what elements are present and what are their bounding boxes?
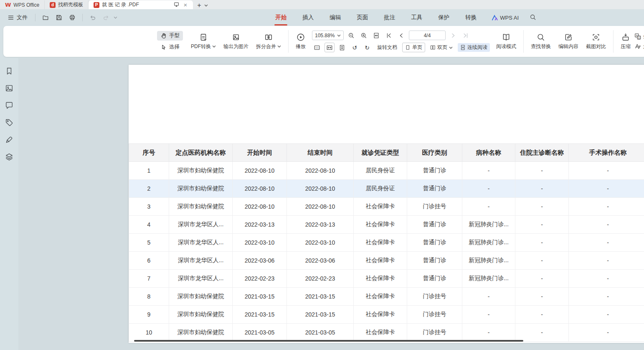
table-cell: 社会保障卡 bbox=[354, 288, 407, 306]
pdf-convert-label: PDF转换 bbox=[191, 43, 211, 50]
print-icon bbox=[69, 14, 76, 21]
divider bbox=[35, 14, 35, 21]
table-row[interactable]: 10深圳市妇幼保健院2021-03-052021-03-05社会保障卡门诊挂号-… bbox=[129, 324, 644, 342]
rotate-left-button[interactable]: ↺ bbox=[350, 43, 360, 52]
device-sync-icon[interactable] bbox=[173, 2, 180, 8]
tab-home[interactable]: 开始 bbox=[274, 11, 287, 24]
previous-page-button[interactable] bbox=[396, 31, 406, 40]
table-row[interactable]: 7深圳市龙华区人...2022-02-232022-02-23社会保障卡普通门诊… bbox=[129, 270, 644, 288]
continuous-read-button[interactable]: 连续阅读 bbox=[458, 43, 490, 52]
first-page-button[interactable] bbox=[384, 31, 394, 40]
table-cell: - bbox=[515, 180, 569, 198]
table-row[interactable]: 5深圳市龙华区人...2022-03-102022-03-10社会保障卡普通门诊… bbox=[129, 234, 644, 252]
tab-document-pdf[interactable]: P 就 医 记 录 .PDF × bbox=[89, 0, 193, 9]
redo-button[interactable] bbox=[100, 13, 112, 23]
thumbnail-panel-button[interactable] bbox=[3, 84, 15, 93]
split-merge-button[interactable]: 拆分合并 bbox=[252, 31, 285, 52]
table-header-row: 序号定点医药机构名称开始时间结束时间就诊凭证类型医疗类别病种名称住院主诊断名称手… bbox=[129, 144, 644, 162]
word-translate-button[interactable]: 划词翻译 bbox=[634, 43, 644, 50]
save-button[interactable] bbox=[53, 13, 65, 23]
screenshot-compare-label: 截图对比 bbox=[586, 43, 606, 50]
edit-content-button[interactable]: 编辑内容 bbox=[555, 31, 582, 52]
tab-insert[interactable]: 插入 bbox=[302, 11, 314, 24]
comment-panel-button[interactable] bbox=[3, 101, 15, 110]
zoom-out-button[interactable] bbox=[346, 31, 356, 40]
signature-panel-button[interactable] bbox=[3, 135, 15, 144]
zoom-select[interactable]: 105.88% bbox=[312, 31, 344, 40]
play-button[interactable]: 播放 bbox=[292, 31, 309, 52]
file-menu-button[interactable]: 文件 bbox=[4, 12, 31, 23]
fit-page-button[interactable] bbox=[371, 31, 381, 40]
tab-docer-templates[interactable]: d 找稻壳模板 bbox=[45, 0, 89, 9]
table-cell: - bbox=[515, 252, 569, 270]
next-page-button[interactable] bbox=[448, 31, 458, 40]
screenshot-compare-button[interactable]: 截图对比 bbox=[582, 31, 610, 52]
svg-text:1:1: 1:1 bbox=[316, 47, 319, 49]
hand-tool-label: 手型 bbox=[169, 32, 180, 39]
undo-button[interactable] bbox=[87, 13, 99, 23]
table-cell: 普通门诊 bbox=[407, 234, 462, 252]
table-cell: - bbox=[515, 234, 569, 252]
double-page-button[interactable]: 双页 bbox=[428, 43, 455, 52]
table-cell: 2022-08-10 bbox=[233, 162, 287, 180]
menu-bar: 文件 开始 插入 编辑 页面 批注 工具 保护 转换 WPS AI bbox=[0, 9, 644, 26]
fit-width-button[interactable] bbox=[325, 43, 335, 52]
zoom-level-value: 105.88% bbox=[315, 33, 335, 38]
record-table: 序号定点医药机构名称开始时间结束时间就诊凭证类型医疗类别病种名称住院主诊断名称手… bbox=[129, 143, 644, 342]
tab-convert[interactable]: 转换 bbox=[464, 11, 477, 24]
table-cell: 2022-03-10 bbox=[233, 234, 287, 252]
table-cell: 深圳市妇幼保健院 bbox=[169, 288, 233, 306]
wps-ai-button[interactable]: WPS AI bbox=[492, 15, 519, 21]
fit-height-button[interactable] bbox=[337, 43, 347, 52]
bookmark-panel-button[interactable] bbox=[3, 66, 15, 76]
open-file-button[interactable] bbox=[40, 13, 51, 23]
zoom-in-button[interactable] bbox=[359, 31, 369, 40]
last-page-button[interactable] bbox=[461, 31, 471, 40]
tab-list-chevron-icon[interactable] bbox=[204, 4, 208, 7]
horizontal-scrollbar-thumb[interactable] bbox=[134, 340, 523, 342]
column-header: 手术操作名称 bbox=[569, 144, 644, 162]
actual-size-button[interactable]: 1:1 bbox=[312, 43, 322, 52]
table-row[interactable]: 8深圳市妇幼保健院2021-03-152021-03-15社会保障卡门诊挂号--… bbox=[129, 288, 644, 306]
document-workspace: 序号定点医药机构名称开始时间结束时间就诊凭证类型医疗类别病种名称住院主诊断名称手… bbox=[0, 58, 644, 350]
chevron-down-icon bbox=[212, 45, 216, 48]
layers-panel-button[interactable] bbox=[3, 152, 15, 161]
table-row[interactable]: 4深圳市龙华区人...2022-03-132022-03-13社会保障卡普通门诊… bbox=[129, 216, 644, 234]
table-row[interactable]: 9深圳市妇幼保健院2021-03-152021-03-15社会保障卡门诊挂号--… bbox=[129, 306, 644, 324]
table-row[interactable]: 1深圳市妇幼保健院2022-08-102022-08-10居民身份证普通门诊--… bbox=[129, 162, 644, 180]
chevron-down-icon bbox=[277, 45, 281, 48]
table-row[interactable]: 2深圳市妇幼保健院2022-08-102022-08-10居民身份证普通门诊--… bbox=[129, 180, 644, 198]
history-chevron-icon[interactable] bbox=[114, 16, 117, 19]
export-image-button[interactable]: 输出为图片 bbox=[220, 31, 252, 52]
wps-ai-label: WPS AI bbox=[500, 15, 519, 21]
print-button[interactable] bbox=[66, 13, 78, 23]
tab-edit[interactable]: 编辑 bbox=[329, 11, 342, 24]
tab-comment[interactable]: 批注 bbox=[383, 11, 396, 24]
select-tool-button[interactable]: 选择 bbox=[157, 42, 183, 52]
table-row[interactable]: 3深圳市妇幼保健院2022-08-102022-08-10社会保障卡门诊挂号--… bbox=[129, 198, 644, 216]
table-row[interactable]: 6深圳市龙华区人...2022-03-062022-03-06社会保障卡普通门诊… bbox=[129, 252, 644, 270]
hamburger-icon bbox=[8, 14, 14, 21]
annotation-panel-button[interactable] bbox=[3, 118, 15, 127]
rotate-document-button[interactable]: 旋转文档 bbox=[375, 43, 400, 52]
find-replace-button[interactable]: 查找替换 bbox=[527, 31, 555, 52]
new-tab-button[interactable]: + bbox=[197, 2, 201, 9]
pdf-convert-button[interactable]: PDF转换 bbox=[187, 31, 220, 52]
compress-button[interactable]: 压缩 bbox=[617, 31, 634, 52]
tab-tools[interactable]: 工具 bbox=[410, 11, 423, 24]
tab-protect[interactable]: 保护 bbox=[437, 11, 450, 24]
tab-wps-office[interactable]: W WPS Office bbox=[0, 0, 45, 9]
tab-close-icon[interactable]: × bbox=[183, 2, 188, 8]
single-page-button[interactable]: 单页 bbox=[402, 43, 425, 52]
page-indicator-input[interactable]: 4/4 bbox=[409, 31, 446, 40]
tab-page[interactable]: 页面 bbox=[356, 11, 369, 24]
full-translate-button[interactable]: A文 全文翻译 bbox=[634, 33, 644, 40]
rotate-right-button[interactable]: ↻ bbox=[362, 43, 372, 52]
hand-tool-button[interactable]: 手型 bbox=[157, 31, 183, 41]
table-cell: - bbox=[569, 270, 644, 288]
double-page-icon bbox=[430, 45, 436, 50]
global-search-button[interactable] bbox=[530, 14, 536, 22]
table-cell: 1 bbox=[129, 162, 169, 180]
read-mode-button[interactable]: 阅读模式 bbox=[492, 31, 520, 52]
wps-ai-icon bbox=[492, 15, 498, 21]
